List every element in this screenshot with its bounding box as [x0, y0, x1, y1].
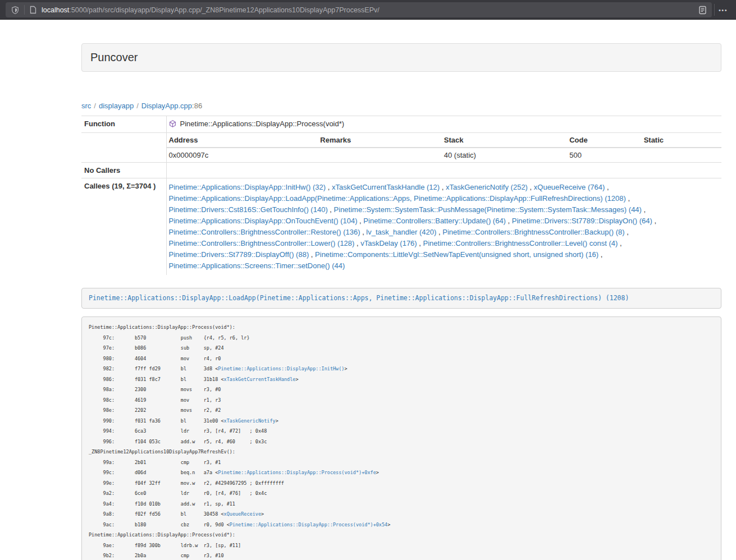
callee-link[interactable]: xTaskGenericNotify (252) — [446, 183, 528, 191]
callees-label: Callees (19, Σ=3704 ) — [81, 178, 166, 276]
url-host: localhost — [42, 6, 69, 14]
details-value-row: 0x0000097c 40 (static) 500 — [167, 148, 722, 162]
code-symbol-link[interactable]: Pinetime::Applications::DisplayApp::Init… — [218, 366, 344, 371]
callee-link[interactable]: Pinetime::System::SystemTask::PushMessag… — [334, 205, 642, 214]
toolbar-separator — [714, 4, 715, 16]
url-text[interactable]: localhost:5000/path/src/displayapp/Displ… — [42, 6, 699, 14]
package-icon — [169, 120, 176, 129]
callee-link[interactable]: Pinetime::Applications::DisplayApp::Load… — [169, 194, 626, 203]
url-bar[interactable]: localhost:5000/path/src/displayapp/Displ… — [6, 2, 712, 17]
callee-link[interactable]: Pinetime::Drivers::Cst816S::GetTouchInfo… — [169, 205, 328, 214]
no-callers-row: No Callers — [81, 163, 721, 178]
callee-link[interactable]: lv_task_handler (420) — [366, 228, 436, 236]
details-row-head — [81, 133, 166, 163]
shield-icon[interactable] — [11, 6, 19, 15]
browser-toolbar: localhost:5000/path/src/displayapp/Displ… — [0, 0, 736, 20]
callee-link[interactable]: vTaskDelay (176) — [360, 239, 417, 247]
breadcrumb: src/displayapp/DisplayApp.cpp:86 — [81, 100, 721, 112]
callee-link[interactable]: Pinetime::Controllers::Battery::Update()… — [363, 217, 506, 225]
code-symbol-link[interactable]: Pinetime::Applications::DisplayApp::Proc… — [218, 470, 376, 475]
callee-link[interactable]: Pinetime::Components::LittleVgl::SetNewT… — [315, 250, 598, 259]
callee-link[interactable]: Pinetime::Controllers::BrightnessControl… — [423, 239, 618, 247]
page-title: Puncover — [90, 51, 138, 63]
no-callers-label: No Callers — [81, 163, 166, 178]
code-value: 500 — [567, 148, 641, 162]
details-header-row: Address Remarks Stack Code Static — [167, 133, 722, 148]
details-cell: Address Remarks Stack Code Static 0x0000… — [166, 133, 721, 163]
code-symbol-link[interactable]: Pinetime::Applications::DisplayApp::Proc… — [230, 522, 387, 527]
remarks-value — [318, 148, 441, 162]
page-icon[interactable] — [30, 6, 36, 14]
no-callers-cell — [166, 163, 721, 178]
breadcrumb-separator: / — [134, 102, 141, 110]
callee-link[interactable]: Pinetime::Controllers::BrightnessControl… — [442, 228, 624, 236]
callee-link[interactable]: xTaskGetCurrentTaskHandle (12) — [332, 183, 440, 191]
callees-list: Pinetime::Applications::DisplayApp::Init… — [166, 178, 721, 276]
col-remarks: Remarks — [318, 133, 441, 148]
function-name: Pinetime::Applications::DisplayApp::Proc… — [180, 120, 345, 128]
reader-mode-icon[interactable] — [699, 6, 706, 15]
function-row: Function Pinetime::Applications::Display… — [81, 116, 721, 133]
function-name-cell: Pinetime::Applications::DisplayApp::Proc… — [166, 116, 721, 133]
static-value — [642, 148, 721, 162]
url-path: :5000/path/src/displayapp/DisplayApp.cpp… — [69, 6, 379, 14]
callee-link[interactable]: Pinetime::Drivers::St7789::DisplayOff() … — [169, 250, 309, 259]
breadcrumb-separator: / — [91, 102, 99, 110]
col-static: Static — [642, 133, 721, 148]
highlighted-symbol-link[interactable]: Pinetime::Applications::DisplayApp::Load… — [89, 294, 629, 302]
callee-link[interactable]: Pinetime::Drivers::St7789::DisplayOn() (… — [512, 217, 652, 225]
col-code: Code — [567, 133, 641, 148]
details-row: Address Remarks Stack Code Static 0x0000… — [81, 133, 721, 163]
callees-row: Callees (19, Σ=3704 ) Pinetime::Applicat… — [81, 178, 721, 276]
address-value: 0x0000097c — [167, 148, 318, 162]
callee-link[interactable]: xQueueReceive (764) — [534, 183, 605, 191]
callee-link[interactable]: Pinetime::Applications::DisplayApp::Init… — [169, 183, 326, 191]
urlbar-separator — [24, 5, 25, 15]
callee-link[interactable]: Pinetime::Applications::DisplayApp::OnTo… — [169, 217, 358, 225]
page-container: Puncover src/displayapp/DisplayApp.cpp:8… — [81, 43, 721, 560]
breadcrumb-link-displayapp[interactable]: displayapp — [99, 102, 134, 110]
highlighted-symbol-panel: Pinetime::Applications::DisplayApp::Load… — [81, 288, 721, 309]
stack-value: 40 (static) — [442, 148, 567, 162]
function-table: Function Pinetime::Applications::Display… — [81, 116, 721, 275]
code-symbol-link[interactable]: xQueueReceive — [224, 511, 262, 517]
callee-link[interactable]: Pinetime::Controllers::BrightnessControl… — [169, 228, 360, 236]
col-stack: Stack — [442, 133, 567, 148]
menu-icon[interactable]: ••• — [719, 0, 728, 20]
details-table: Address Remarks Stack Code Static 0x0000… — [167, 133, 722, 162]
code-symbol-link[interactable]: xTaskGenericNotify — [224, 418, 276, 424]
breadcrumb-link-file[interactable]: DisplayApp.cpp — [141, 102, 192, 110]
breadcrumb-link-src[interactable]: src — [81, 102, 91, 110]
function-label: Function — [81, 116, 166, 133]
disassembly-pre: Pinetime::Applications::DisplayApp::Proc… — [81, 316, 721, 560]
callee-link[interactable]: Pinetime::Applications::Screens::Timer::… — [169, 261, 345, 270]
breadcrumb-line-number: :86 — [192, 102, 202, 110]
page-header-panel: Puncover — [81, 43, 721, 72]
code-symbol-link[interactable]: xTaskGetCurrentTaskHandle — [224, 377, 296, 382]
col-address: Address — [167, 133, 318, 148]
callee-link[interactable]: Pinetime::Controllers::BrightnessControl… — [169, 239, 355, 247]
